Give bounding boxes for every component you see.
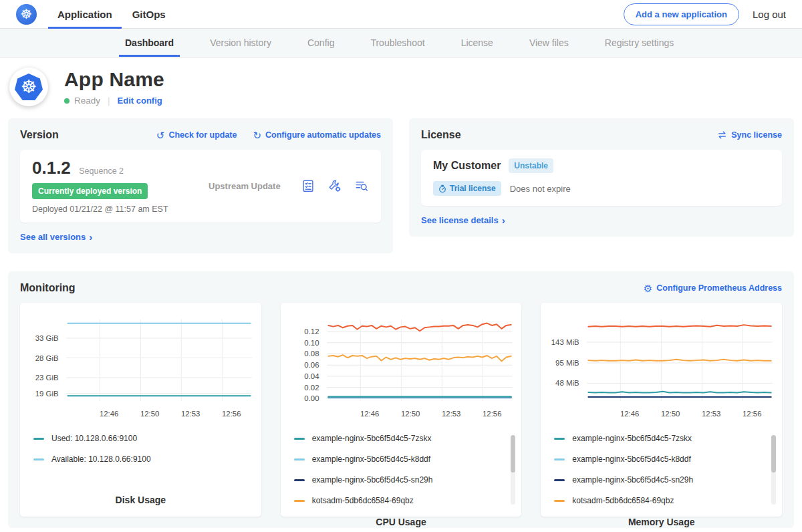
svg-text:0.02: 0.02 [304, 384, 319, 392]
memory-usage-panel: 48 MiB95 MiB143 MiB12:4612:5012:5312:56 … [541, 303, 782, 517]
configure-prometheus-link[interactable]: ⚙ Configure Prometheus Address [644, 283, 782, 293]
tab-dashboard[interactable]: Dashboard [107, 29, 192, 57]
legend-item: example-nginx-5bc6f5d4c5-k8ddf [554, 454, 778, 464]
svg-text:0.00: 0.00 [304, 394, 319, 402]
app-header: ☸ App Name Ready | Edit config [0, 57, 802, 118]
svg-text:12:50: 12:50 [661, 410, 680, 418]
app-tab-bar: Dashboard Version history Config Trouble… [0, 29, 802, 57]
version-number: 0.1.2 [32, 158, 71, 178]
svg-text:12:53: 12:53 [702, 410, 720, 418]
legend-line-swatch [554, 458, 565, 460]
legend-line-swatch [33, 458, 44, 460]
svg-text:48 MiB: 48 MiB [555, 379, 579, 387]
configure-automatic-updates-label: Configure automatic updates [265, 130, 381, 140]
tab-registry-settings[interactable]: Registry settings [587, 29, 692, 57]
status-dot-icon [64, 98, 70, 104]
legend-item: example-nginx-5bc6f5d4c5-7zskx [554, 434, 778, 443]
logout-link[interactable]: Log out [753, 9, 786, 20]
license-type-label: Trial license [450, 184, 496, 193]
stopwatch-icon [438, 184, 446, 193]
divider: | [108, 96, 110, 106]
sync-arrows-icon [717, 130, 727, 140]
deployed-timestamp: Deployed 01/21/22 @ 11:57 am EST [32, 205, 191, 214]
legend-label: example-nginx-5bc6f5d4c5-7zskx [572, 434, 692, 443]
monitoring-card: Monitoring ⚙ Configure Prometheus Addres… [8, 271, 794, 528]
license-expiry: Does not expire [510, 184, 571, 194]
license-card-title: License [421, 129, 461, 141]
svg-text:12:56: 12:56 [743, 410, 761, 418]
add-application-button[interactable]: Add a new application [624, 3, 739, 25]
tab-view-files[interactable]: View files [511, 29, 587, 57]
svg-text:12:50: 12:50 [401, 410, 420, 418]
legend-label: Available: 10.128.0.66:9100 [51, 454, 151, 464]
see-license-details-label: See license details [421, 215, 499, 225]
scrollbar-thumb[interactable] [771, 435, 776, 473]
see-license-details-link[interactable]: See license details › [421, 215, 505, 225]
legend-line-swatch [554, 500, 565, 502]
tab-version-history[interactable]: Version history [192, 29, 289, 57]
app-status: Ready [74, 96, 100, 106]
memory-usage-legend: example-nginx-5bc6f5d4c5-7zskxexample-ng… [545, 434, 778, 517]
memory-usage-chart: 48 MiB95 MiB143 MiB12:4612:5012:5312:56 [545, 311, 778, 426]
legend-label: kotsadm-5db6dc6584-69qbz [572, 496, 674, 505]
tab-troubleshoot[interactable]: Troubleshoot [352, 29, 442, 57]
sync-license-label: Sync license [731, 130, 782, 140]
topnav-application[interactable]: Application [47, 0, 122, 29]
tab-license[interactable]: License [443, 29, 511, 57]
kubernetes-logo-icon[interactable]: ☸ [16, 4, 37, 25]
configure-automatic-updates-link[interactable]: ↻ Configure automatic updates [253, 130, 381, 140]
topbar: ☸ Application GitOps Add a new applicati… [0, 0, 802, 29]
svg-text:28 GiB: 28 GiB [35, 354, 59, 362]
legend-label: example-nginx-5bc6f5d4c5-k8ddf [572, 454, 690, 464]
legend-label: example-nginx-5bc6f5d4c5-sn29h [572, 475, 693, 485]
svg-text:12:56: 12:56 [222, 410, 241, 418]
tab-config[interactable]: Config [289, 29, 352, 57]
configure-prometheus-label: Configure Prometheus Address [656, 283, 782, 293]
scrollbar-thumb[interactable] [511, 435, 515, 473]
svg-text:0.08: 0.08 [304, 350, 319, 358]
chevron-right-icon: › [502, 215, 505, 225]
version-card-title: Version [20, 129, 59, 141]
preflight-checks-icon[interactable] [301, 178, 315, 193]
disk-usage-legend: Used: 10.128.0.66:9100Available: 10.128.… [24, 434, 257, 495]
svg-text:12:53: 12:53 [181, 410, 200, 418]
sync-license-link[interactable]: Sync license [717, 130, 782, 140]
svg-text:12:56: 12:56 [483, 410, 501, 418]
legend-item: example-nginx-5bc6f5d4c5-k8ddf [294, 454, 518, 464]
check-for-update-link[interactable]: ↺ Check for update [156, 130, 237, 140]
customer-name: My Customer [433, 160, 501, 172]
svg-text:0.06: 0.06 [304, 361, 319, 369]
legend-line-swatch [554, 479, 565, 481]
svg-text:19 GiB: 19 GiB [35, 390, 59, 398]
cpu-usage-legend: example-nginx-5bc6f5d4c5-7zskxexample-ng… [285, 434, 518, 517]
legend-label: example-nginx-5bc6f5d4c5-sn29h [312, 475, 433, 485]
legend-item: example-nginx-5bc6f5d4c5-sn29h [554, 475, 778, 485]
legend-scrollbar[interactable] [771, 435, 776, 505]
legend-item: Used: 10.128.0.66:9100 [33, 434, 257, 443]
edit-config-link[interactable]: Edit config [118, 96, 162, 106]
legend-scrollbar[interactable] [511, 435, 515, 505]
svg-text:95 MiB: 95 MiB [555, 359, 579, 367]
page-title: App Name [64, 68, 164, 91]
legend-item: kotsadm-5db6dc6584-69qbz [554, 496, 778, 505]
svg-text:33 GiB: 33 GiB [35, 334, 59, 342]
version-source: Upstream Update [191, 181, 301, 191]
see-all-versions-link[interactable]: See all versions › [20, 232, 92, 242]
view-diff-icon[interactable] [354, 178, 369, 193]
svg-text:12:50: 12:50 [140, 410, 159, 418]
legend-line-swatch [294, 458, 305, 460]
chart-title: Memory Usage [545, 517, 778, 529]
monitoring-title: Monitoring [20, 282, 76, 294]
license-card: License Sync license My Customer Unstabl… [409, 118, 794, 237]
legend-item: example-nginx-5bc6f5d4c5-sn29h [294, 475, 518, 485]
config-wrench-icon[interactable] [327, 178, 342, 193]
legend-item: kotsadm-5db6dc6584-69qbz [294, 496, 518, 505]
version-sequence: Sequence 2 [79, 166, 124, 176]
disk-usage-panel: 19 GiB23 GiB28 GiB33 GiB12:4612:5012:531… [20, 303, 261, 517]
legend-item: example-nginx-5bc6f5d4c5-7zskx [294, 434, 518, 443]
license-panel: My Customer Unstable Trial license Does … [421, 150, 782, 206]
svg-text:143 MiB: 143 MiB [551, 338, 579, 346]
deployed-badge: Currently deployed version [32, 183, 148, 199]
dashboard-main: Version ↺ Check for update ↻ Configure a… [0, 118, 802, 528]
topnav-gitops[interactable]: GitOps [122, 0, 176, 29]
